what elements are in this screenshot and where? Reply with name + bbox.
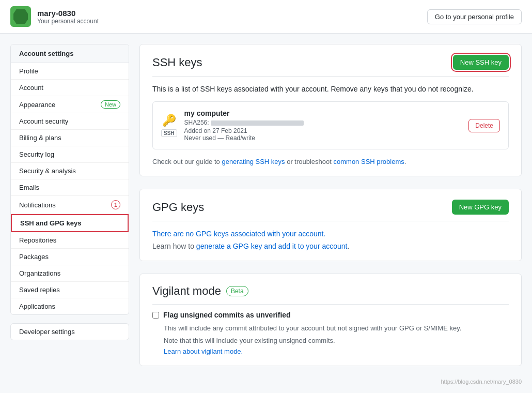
sidebar-item-security-log[interactable]: Security log	[11, 146, 129, 163]
username: mary-0830	[37, 9, 99, 18]
top-bar: mary-0830 Your personal account Go to yo…	[0, 0, 532, 34]
gpg-no-keys-text: There are no GPG keys associated with yo…	[152, 230, 509, 238]
user-info: mary-0830 Your personal account	[10, 6, 99, 27]
appearance-new-badge: New	[101, 100, 120, 109]
generating-ssh-keys-link[interactable]: generating SSH keys	[222, 158, 285, 165]
key-details: my computer SHA256: Added on 27 Feb 2021…	[184, 109, 304, 142]
sidebar-item-profile[interactable]: Profile	[11, 63, 129, 80]
layout: Account settings Profile Account Appeara…	[0, 34, 532, 393]
ssh-section-header: SSH keys New SSH key	[152, 55, 509, 77]
gpg-section-header: GPG keys New GPG key	[152, 200, 509, 221]
sidebar-item-account[interactable]: Account	[11, 80, 129, 96]
ssh-info-text: This is a list of SSH keys associated wi…	[152, 85, 509, 93]
vigilant-beta-badge: Beta	[226, 286, 248, 296]
notifications-badge: 1	[111, 200, 120, 209]
unsigned-commits-label[interactable]: Flag unsigned commits as unverified	[163, 311, 291, 319]
user-subtitle: Your personal account	[37, 18, 99, 25]
sidebar-item-appearance[interactable]: Appearance New	[11, 96, 129, 113]
key-icon-wrapper: 🔑 SSH	[161, 114, 177, 137]
avatar	[10, 6, 31, 27]
key-name: my computer	[184, 109, 304, 117]
sidebar-item-account-security[interactable]: Account security	[11, 113, 129, 130]
key-card-left: 🔑 SSH my computer SHA256: Added on 27 Fe…	[161, 109, 304, 142]
vigilant-title: Vigilant mode	[152, 284, 221, 298]
ssh-key-card: 🔑 SSH my computer SHA256: Added on 27 Fe…	[152, 101, 509, 149]
vigilant-desc-line1: This will include any commit attributed …	[164, 323, 509, 334]
key-date: Added on 27 Feb 2021	[184, 127, 304, 134]
gpg-keys-section: GPG keys New GPG key There are no GPG ke…	[139, 189, 522, 261]
vigilant-learn-link[interactable]: Learn about vigilant mode.	[164, 347, 509, 355]
watermark: https://blog.csdn.net/mary_0830	[139, 379, 522, 385]
sidebar: Account settings Profile Account Appeara…	[10, 44, 129, 385]
user-text: mary-0830 Your personal account	[37, 9, 99, 25]
vigilant-header-row: Vigilant mode Beta	[152, 284, 509, 305]
ssh-footer-note: Check out our guide to generating SSH ke…	[152, 158, 509, 165]
key-icon: 🔑	[162, 114, 176, 127]
new-gpg-key-button[interactable]: New GPG key	[452, 200, 509, 215]
key-hash: SHA256:	[184, 119, 304, 126]
ssh-type-label: SSH	[161, 129, 177, 137]
generate-gpg-key-link[interactable]: generate a GPG key and add it to your ac…	[196, 242, 348, 250]
vigilant-checkbox-row: Flag unsigned commits as unverified	[152, 311, 509, 319]
unsigned-commits-checkbox[interactable]	[152, 312, 159, 319]
sidebar-item-applications[interactable]: Applications	[11, 298, 129, 314]
sidebar-section: Account settings Profile Account Appeara…	[10, 44, 129, 315]
new-ssh-key-button[interactable]: New SSH key	[453, 55, 509, 70]
key-usage: Never used — Read/write	[184, 134, 304, 142]
sidebar-item-security-analysis[interactable]: Security & analysis	[11, 163, 129, 179]
sidebar-item-packages[interactable]: Packages	[11, 249, 129, 265]
sidebar-item-notifications[interactable]: Notifications 1	[11, 196, 129, 214]
sidebar-item-repositories[interactable]: Repositories	[11, 232, 129, 249]
vigilant-mode-section: Vigilant mode Beta Flag unsigned commits…	[139, 274, 522, 366]
common-ssh-problems-link[interactable]: common SSH problems	[334, 158, 404, 165]
key-hash-blur	[211, 120, 304, 126]
sidebar-header: Account settings	[11, 44, 129, 63]
sidebar-item-ssh-gpg-keys[interactable]: SSH and GPG keys	[11, 214, 129, 232]
gpg-section-title: GPG keys	[152, 201, 204, 214]
gpg-learn-text: Learn how to generate a GPG key and add …	[152, 242, 509, 250]
vigilant-desc-line2: Note that this will include your existin…	[164, 336, 509, 346]
go-to-profile-button[interactable]: Go to your personal profile	[427, 9, 522, 24]
sidebar-item-developer-settings[interactable]: Developer settings	[11, 324, 129, 340]
main-content: SSH keys New SSH key This is a list of S…	[139, 44, 522, 385]
sidebar-developer-section: Developer settings	[10, 323, 129, 340]
sidebar-item-organizations[interactable]: Organizations	[11, 265, 129, 282]
sidebar-item-saved-replies[interactable]: Saved replies	[11, 282, 129, 298]
sidebar-item-billing[interactable]: Billing & plans	[11, 130, 129, 146]
sidebar-item-emails[interactable]: Emails	[11, 179, 129, 196]
ssh-keys-section: SSH keys New SSH key This is a list of S…	[139, 44, 522, 176]
delete-key-button[interactable]: Delete	[468, 119, 500, 132]
ssh-section-title: SSH keys	[152, 56, 202, 69]
